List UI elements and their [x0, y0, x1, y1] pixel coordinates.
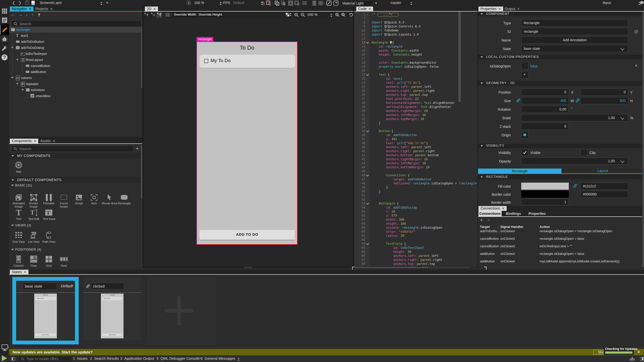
svg-text:A: A [153, 13, 155, 16]
